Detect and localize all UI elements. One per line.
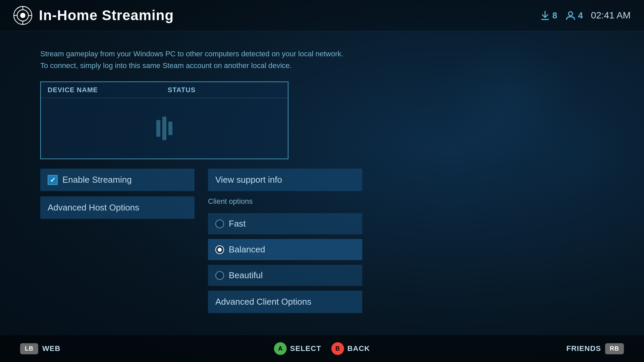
bottom-bar: LB WEB A SELECT B BACK FRIENDS RB [0,335,644,362]
checkmark-icon: ✓ [50,176,56,184]
download-count: 8 [552,10,557,21]
table-header: DEVICE NAME STATUS [41,82,288,98]
advanced-client-options-label: Advanced Client Options [215,297,311,307]
buttons-area: ✓ Enable Streaming Advanced Host Options… [40,169,604,313]
client-option-beautiful-label: Beautiful [229,270,263,281]
steam-logo-icon [13,6,32,25]
download-indicator: 8 [540,10,557,21]
radio-dot-balanced [218,248,222,252]
left-column: ✓ Enable Streaming Advanced Host Options [40,169,195,313]
friends-count: 4 [578,10,583,21]
bottom-center: A SELECT B BACK [274,342,370,355]
advanced-host-options-label: Advanced Host Options [48,202,139,213]
back-action: B BACK [331,342,370,355]
description: Stream gameplay from your Windows PC to … [40,48,604,71]
b-button[interactable]: B [331,342,344,355]
client-option-beautiful[interactable]: Beautiful [208,265,362,286]
client-option-fast[interactable]: Fast [208,213,362,234]
lb-badge: LB [20,343,38,354]
advanced-client-options-button[interactable]: Advanced Client Options [208,291,362,313]
loading-bar-3 [168,122,172,135]
description-line1: Stream gameplay from your Windows PC to … [40,48,604,60]
a-button[interactable]: A [274,342,287,355]
client-option-fast-label: Fast [229,219,246,229]
loading-bar-2 [162,117,166,140]
bottom-right: FRIENDS RB [566,343,624,354]
radio-beautiful [215,271,224,280]
enable-streaming-label: Enable Streaming [62,175,132,185]
client-option-balanced[interactable]: Balanced [208,239,362,260]
select-action: A SELECT [274,342,321,355]
view-support-info-label: View support info [215,175,282,185]
client-option-balanced-label: Balanced [229,244,265,255]
a-action-label: SELECT [290,344,321,353]
description-line2: To connect, simply log into this same St… [40,60,604,71]
enable-streaming-checkbox: ✓ [48,175,58,185]
loading-indicator [156,117,172,140]
client-options-label: Client options [208,196,362,208]
right-column: View support info Client options Fast Ba… [208,169,362,313]
radio-balanced [215,245,224,254]
bottom-left: LB WEB [20,343,60,354]
svg-point-8 [569,12,573,16]
radio-fast [215,220,224,228]
header-right: 8 4 02:41 AM [540,10,631,21]
enable-streaming-button[interactable]: ✓ Enable Streaming [40,169,195,191]
current-time: 02:41 AM [591,10,631,21]
table-body [41,98,288,159]
b-action-label: BACK [347,344,370,353]
loading-bar-1 [156,120,160,137]
device-table: DEVICE NAME STATUS [40,81,288,159]
column-device-name: DEVICE NAME [48,86,161,94]
friends-indicator: 4 [565,10,583,21]
svg-point-2 [20,13,25,18]
person-icon [565,10,576,21]
header: In-Home Streaming 8 4 02:41 AM [0,0,644,31]
rb-badge: RB [605,343,624,354]
column-status: STATUS [168,86,281,94]
header-left: In-Home Streaming [13,6,174,25]
view-support-info-button[interactable]: View support info [208,169,362,191]
main-content: Stream gameplay from your Windows PC to … [0,31,644,326]
advanced-host-options-button[interactable]: Advanced Host Options [40,196,195,219]
download-icon [540,10,550,21]
lb-action-label: WEB [42,344,60,353]
page-title: In-Home Streaming [39,7,174,23]
friends-label: FRIENDS [566,344,601,353]
